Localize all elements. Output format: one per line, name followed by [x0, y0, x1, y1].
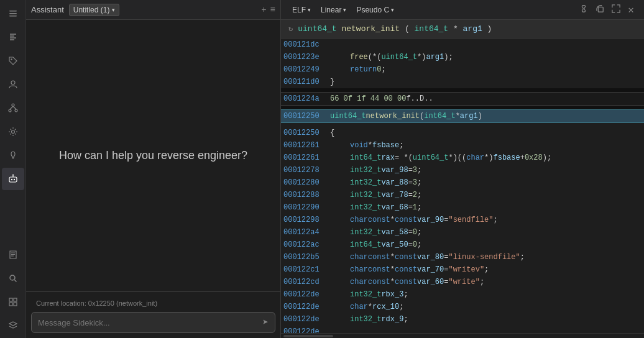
token-plain: ; — [417, 189, 421, 201]
svg-point-6 — [9, 109, 11, 112]
token-plain: = — [444, 276, 448, 288]
code-line: 0001224a66 0f 1f 44 00 00 f..D.. — [281, 92, 644, 106]
token-var: rdx_9 — [381, 313, 403, 326]
param-name: arg1 — [463, 24, 482, 34]
token-plain: ; — [417, 201, 421, 214]
assistant-body: How can I help you reverse engineer? — [26, 20, 280, 291]
svg-rect-1 — [9, 13, 17, 14]
svg-point-20 — [10, 275, 15, 280]
sidebar-top-icon[interactable] — [2, 2, 24, 25]
token-plain: ; — [381, 63, 385, 76]
token-var: var_88 — [381, 176, 408, 189]
expand-icon[interactable] — [609, 3, 623, 17]
code-line: 00012280int32_t var_88 = 3; — [281, 176, 644, 189]
icon-sidebar — [0, 0, 26, 338]
linear-dropdown[interactable]: Linear ▾ — [317, 4, 350, 16]
svg-line-9 — [13, 106, 16, 109]
token-plain: *) — [484, 152, 493, 164]
svg-rect-2 — [9, 16, 17, 17]
svg-point-13 — [11, 179, 12, 180]
token-kw: char — [350, 251, 368, 263]
token-plain: + — [520, 152, 525, 164]
token-type: int64_t — [424, 110, 455, 122]
elf-label: ELF — [292, 6, 306, 14]
token-var: arg1 — [426, 51, 444, 63]
code-line: 000122dechar* rcx_10; — [281, 301, 644, 313]
token-var: var_98 — [381, 164, 408, 176]
token-kw: const — [368, 214, 390, 226]
menu-icon[interactable]: ≡ — [270, 5, 275, 15]
token-kw: const — [368, 276, 390, 288]
token-type: int32_t — [350, 176, 381, 189]
code-content[interactable]: 000121dc0001223efree(*(uint64_t*)arg1);0… — [281, 39, 644, 333]
location-text: Current location: 0x12250 (network_init) — [31, 297, 275, 309]
address: 000121dc — [283, 39, 330, 51]
token-plain: ; — [417, 239, 421, 251]
sidebar-person-icon[interactable] — [2, 73, 24, 96]
sidebar-stack-icon[interactable] — [2, 314, 24, 337]
sidebar-grid-icon[interactable] — [2, 291, 24, 313]
token-var: arg1 — [460, 110, 478, 122]
link-icon[interactable] — [577, 3, 591, 17]
address: 00012290 — [283, 201, 330, 214]
token-num: 66 0f 1f 44 00 00 — [330, 93, 406, 105]
token-plain: = — [408, 201, 413, 214]
svg-rect-0 — [9, 11, 17, 12]
code-line: 00012261int64_t rax = *(uint64_t*)((char… — [281, 152, 644, 164]
svg-point-4 — [11, 81, 15, 84]
code-line: 00012250{ — [281, 127, 644, 139]
token-num: 0 — [413, 239, 417, 251]
token-plain: ; — [403, 288, 408, 301]
code-line: 000122b5char const* const var_80 = "linu… — [281, 251, 644, 263]
send-button[interactable]: ➤ — [262, 316, 269, 329]
token-plain: = — [444, 214, 448, 226]
code-line: 000122deint32_t rdx_9; — [281, 313, 644, 326]
add-icon[interactable]: + — [261, 5, 266, 15]
pseudoc-dropdown[interactable]: Pseudo C ▾ — [352, 4, 398, 16]
sidebar-graph-icon[interactable] — [2, 97, 24, 119]
sidebar-bulb-icon[interactable] — [2, 144, 24, 167]
address: 00012280 — [283, 176, 330, 189]
token-num: 3 — [413, 164, 417, 176]
token-type: int32_t — [350, 288, 381, 301]
token-plain: *)(( — [448, 152, 466, 164]
address: 000122a4 — [283, 226, 330, 239]
token-plain: * — [390, 276, 395, 288]
sidebar-book-icon[interactable] — [2, 244, 24, 266]
message-input[interactable] — [38, 318, 262, 327]
token-str: "linux-sendfile" — [448, 251, 520, 263]
svg-point-7 — [15, 109, 17, 112]
horizontal-scrollbar[interactable] — [281, 333, 644, 338]
token-type: int32_t — [350, 164, 381, 176]
token-plain: ; — [417, 176, 421, 189]
elf-dropdown[interactable]: ELF ▾ — [288, 4, 315, 16]
token-type: int32_t — [350, 313, 381, 326]
code-line: 000122c1char const* const var_70 = "writ… — [281, 263, 644, 276]
tab-dropdown[interactable]: Untitled (1) ▾ — [69, 4, 120, 16]
tab-arrow-icon: ▾ — [112, 7, 115, 13]
return-type: uint64_t — [298, 24, 336, 34]
address: 00012250 — [283, 127, 330, 139]
sidebar-search-icon[interactable] — [2, 267, 24, 290]
address: 000122cd — [283, 276, 330, 288]
function-declaration-header: ↻ uint64_t network_init ( int64_t * arg1… — [281, 20, 644, 39]
close-icon[interactable]: ✕ — [625, 2, 637, 17]
pseudoc-arrow-icon: ▾ — [391, 7, 394, 13]
token-plain: (*( — [368, 51, 382, 63]
copy-icon[interactable] — [593, 3, 607, 17]
token-num: 3 — [413, 176, 417, 189]
refresh-icon[interactable]: ↻ — [288, 24, 293, 34]
sidebar-functions-icon[interactable] — [2, 26, 24, 48]
svg-rect-25 — [14, 303, 17, 306]
sidebar-tag-icon[interactable] — [2, 50, 24, 72]
code-line: 000122de — [281, 326, 644, 333]
sidebar-bot-icon[interactable] — [2, 168, 24, 190]
assistant-panel: Assistant Untitled (1) ▾ + ≡ How can I h… — [26, 0, 281, 338]
token-plain: ; — [480, 276, 484, 288]
assistant-header: Assistant Untitled (1) ▾ + ≡ — [26, 0, 280, 20]
code-line: 000122a4int32_t var_58 = 0; — [281, 226, 644, 239]
token-var: fsbase — [372, 139, 399, 152]
token-var: var_50 — [381, 239, 408, 251]
token-plain: ) — [478, 110, 482, 122]
sidebar-settings-icon[interactable] — [2, 121, 24, 143]
